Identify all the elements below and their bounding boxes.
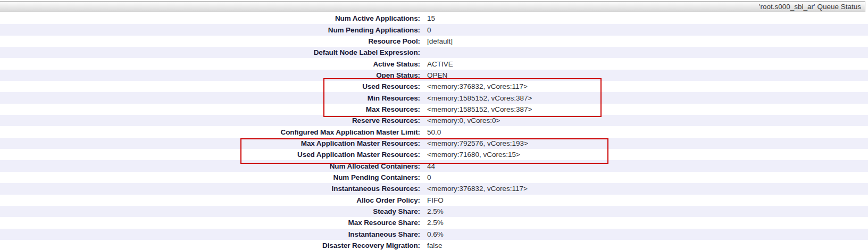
table-row: Alloc Order Policy: FIFO: [0, 195, 868, 206]
row-label: Instantaneous Share:: [0, 230, 420, 238]
row-value: 0.6%: [420, 230, 444, 238]
row-value: OPEN: [420, 71, 447, 79]
row-value: <memory:71680, vCores:15>: [420, 151, 520, 159]
row-label: Used Resources:: [0, 82, 420, 90]
table-row: Disaster Recovery Migration: false: [0, 240, 868, 250]
queue-status-title: 'root.s000_sbi_ar' Queue Status: [759, 3, 861, 11]
row-label: Open Status:: [0, 71, 420, 79]
row-label: Used Application Master Resources:: [0, 151, 420, 159]
row-label: Resource Pool:: [0, 37, 420, 45]
table-row: Max Resources: <memory:1585152, vCores:3…: [0, 104, 868, 115]
table-row: Resource Pool: [default]: [0, 36, 868, 47]
row-label: Num Pending Containers:: [0, 173, 420, 181]
table-row: Num Active Applications: 15: [0, 13, 868, 24]
row-label: Instantaneous Resources:: [0, 185, 420, 193]
row-label: Reserve Resources:: [0, 116, 420, 124]
table-row: Instantaneous Resources: <memory:376832,…: [0, 183, 868, 194]
queue-status-table: Num Active Applications: 15 Num Pending …: [0, 13, 868, 250]
row-label: Active Status:: [0, 60, 420, 68]
table-row: Active Status: ACTIVE: [0, 58, 868, 69]
table-row: Configured Max Application Master Limit:…: [0, 126, 868, 137]
table-row: Used Application Master Resources: <memo…: [0, 149, 868, 160]
table-row: Default Node Label Expression:: [0, 47, 868, 58]
table-row: Num Pending Applications: 0: [0, 24, 868, 35]
queue-status-header: 'root.s000_sbi_ar' Queue Status: [0, 1, 865, 12]
table-row: Instantaneous Share: 0.6%: [0, 229, 868, 240]
row-value: [default]: [420, 37, 453, 45]
row-value: <memory:1585152, vCores:387>: [420, 94, 532, 102]
row-label: Num Pending Applications:: [0, 26, 420, 34]
row-value: <memory:376832, vCores:117>: [420, 82, 528, 90]
row-value: <memory:376832, vCores:117>: [420, 185, 528, 193]
row-value: FIFO: [420, 196, 444, 204]
table-row: Num Pending Containers: 0: [0, 172, 868, 183]
row-label: Default Node Label Expression:: [0, 48, 420, 56]
row-value: 0: [420, 26, 431, 34]
row-value: <memory:792576, vCores:193>: [420, 139, 528, 147]
row-label: Num Active Applications:: [0, 14, 420, 22]
row-value: 50.0: [420, 128, 441, 136]
row-label: Num Allocated Containers:: [0, 162, 420, 170]
table-row: Open Status: OPEN: [0, 70, 868, 81]
row-value: 2.5%: [420, 207, 444, 215]
row-value: false: [420, 241, 443, 249]
row-value: <memory:1585152, vCores:387>: [420, 105, 532, 113]
row-value: 15: [420, 14, 435, 22]
row-value: 0: [420, 173, 431, 181]
table-row: Max Application Master Resources: <memor…: [0, 138, 868, 149]
row-value: <memory:0, vCores:0>: [420, 116, 500, 124]
row-label: Disaster Recovery Migration:: [0, 241, 420, 249]
table-row: Used Resources: <memory:376832, vCores:1…: [0, 81, 868, 92]
table-row: Min Resources: <memory:1585152, vCores:3…: [0, 92, 868, 103]
row-label: Max Resource Share:: [0, 219, 420, 227]
row-label: Steady Share:: [0, 207, 420, 215]
row-label: Max Application Master Resources:: [0, 139, 420, 147]
table-row: Steady Share: 2.5%: [0, 206, 868, 217]
row-value: ACTIVE: [420, 60, 453, 68]
row-label: Min Resources:: [0, 94, 420, 102]
table-row: Reserve Resources: <memory:0, vCores:0>: [0, 115, 868, 126]
table-row: Num Allocated Containers: 44: [0, 160, 868, 171]
row-label: Configured Max Application Master Limit:: [0, 128, 420, 136]
table-row: Max Resource Share: 2.5%: [0, 217, 868, 228]
row-label: Max Resources:: [0, 105, 420, 113]
row-value: 44: [420, 162, 435, 170]
row-value: 2.5%: [420, 219, 444, 227]
row-label: Alloc Order Policy:: [0, 196, 420, 204]
